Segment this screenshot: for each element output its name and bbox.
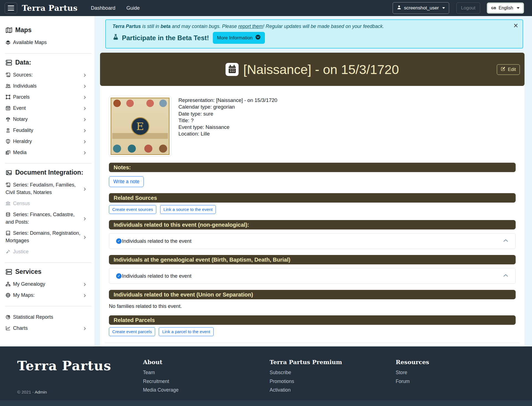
sidebar-item-series-domains-registration-mortgages[interactable]: Series: Domains, Registration, Mortgages — [0, 228, 95, 246]
sidebar-item-available-maps[interactable]: Available Maps — [0, 37, 95, 48]
book-icon — [6, 231, 11, 236]
create-event-sources-button[interactable]: Create event sources — [109, 205, 156, 214]
more-information-button[interactable]: More Information — [213, 32, 265, 44]
event-detail-line: Event type: Naissance — [178, 124, 277, 131]
nav-link-dashboard[interactable]: Dashboard — [91, 5, 115, 11]
link-parcel-button[interactable]: Link a parcel to the event — [159, 327, 213, 336]
sidebar-item-my-genealogy[interactable]: My Genealogy — [0, 279, 95, 290]
pie-icon — [6, 315, 11, 320]
users-icon — [6, 83, 11, 88]
network-icon — [6, 282, 11, 287]
gavel-icon — [6, 249, 11, 254]
chevron-right-icon — [83, 118, 87, 122]
footer-link-recruitment[interactable]: Recruitment — [143, 379, 178, 384]
footer-link-forum[interactable]: Forum — [396, 379, 429, 384]
event-card: [Naissance] - on 15/3/1720 Edit E Repres… — [100, 53, 525, 346]
individuals-accordion-1[interactable]: ✓ Individuals related to the event — [109, 233, 516, 249]
atlas-icon — [6, 293, 11, 298]
event-detail-line: Calendar type: gregorian — [178, 104, 277, 110]
chevron-right-icon — [83, 327, 87, 331]
sidebar-item-individuals[interactable]: Individuals — [0, 80, 95, 91]
sidebar-item-series-feudalism-families-civil-status-notaries[interactable]: Series: Feudalism, Families, Civil Statu… — [0, 179, 95, 198]
main-content: × Terra Partus is still in beta and may … — [95, 16, 532, 346]
scroll-icon — [6, 72, 11, 77]
event-details: Representation: [Naissance] - on 15/3/17… — [178, 96, 277, 157]
sidebar-item-notary[interactable]: Notary — [0, 114, 95, 125]
chevron-up-icon — [503, 273, 508, 279]
sidebar-item-my-maps[interactable]: My Maps: — [0, 290, 95, 301]
footer-link-subscribe[interactable]: Subscribe — [270, 370, 342, 376]
brand-logo[interactable]: Terra Partus — [22, 4, 78, 13]
report-bugs-link[interactable]: report them — [238, 24, 263, 29]
footer-link-team[interactable]: Team — [143, 370, 178, 376]
footer-link-media-coverage[interactable]: Media Coverage — [143, 387, 178, 393]
logout-button[interactable]: Logout — [456, 2, 480, 14]
check-circle-icon: ✓ — [116, 273, 122, 279]
edit-button[interactable]: Edit — [497, 64, 520, 75]
individuals-accordion-2[interactable]: ✓ Individuals related to the event — [109, 268, 516, 284]
write-note-button[interactable]: Write a note — [109, 176, 144, 187]
footer-column-title: About — [143, 359, 178, 366]
event-detail-line: Title: ? — [178, 117, 277, 124]
layers-icon — [6, 40, 11, 45]
sidebar-item-sources[interactable]: Sources: — [0, 69, 95, 80]
sidebar-item-census[interactable]: Census — [0, 198, 95, 209]
sidebar-item-event[interactable]: Event — [0, 103, 95, 114]
nav-link-guide[interactable]: Guide — [126, 5, 140, 11]
sidebar-item-media[interactable]: Media — [0, 147, 95, 158]
event-representation-image[interactable]: E — [109, 96, 171, 157]
footer: Terra Partus © 2021 - Admin AboutTeamRec… — [0, 346, 532, 400]
create-event-parcels-button[interactable]: Create event parcels — [109, 327, 155, 336]
top-navbar: Terra Partus DashboardGuide screenshot_u… — [0, 0, 532, 16]
chevron-right-icon — [83, 151, 87, 155]
sidebar-item-justice[interactable]: Justice — [0, 246, 95, 257]
circle-chevron-down-icon — [255, 34, 261, 41]
map-icon — [6, 27, 12, 34]
sidebar-item-series-finances-cadastre-and-posts[interactable]: Series: Finances, Cadastre, and Posts: — [0, 209, 95, 228]
footer-link-activation[interactable]: Activation — [270, 387, 342, 393]
chevron-right-icon — [83, 96, 87, 99]
sidebar-item-statistical-reports[interactable]: Statistical Reports — [0, 311, 95, 323]
user-menu-button[interactable]: screenshot_user — [393, 2, 449, 14]
calendar-days-icon — [226, 63, 239, 76]
pen-icon — [501, 67, 505, 73]
chevron-right-icon — [83, 187, 87, 191]
event-detail-line: Representation: [Naissance] - on 15/3/17… — [178, 97, 277, 104]
footer-column-title: Terra Partus Premium — [270, 359, 342, 366]
navbar-right: screenshot_user Logout GB English — [393, 2, 523, 14]
sidebar-heading-document-integration: Document Integration: — [0, 169, 95, 176]
columns-icon — [6, 201, 11, 206]
footer-link-promotions[interactable]: Promotions — [270, 379, 342, 384]
illuminated-letter: E — [131, 117, 149, 136]
sidebar-toggle-button[interactable] — [5, 2, 17, 14]
sidebar-heading-maps: Maps — [0, 26, 95, 34]
flask-icon — [112, 34, 119, 42]
footer-column-resources: ResourcesStoreForum — [396, 359, 429, 387]
caret-down-icon — [442, 7, 445, 9]
link-source-button[interactable]: Link a source to the event — [160, 205, 216, 214]
shield-icon — [6, 139, 11, 144]
chevron-right-icon — [83, 140, 87, 144]
no-families-text: No families related to this event. — [109, 303, 516, 309]
sidebar-item-feudality[interactable]: Feudality — [0, 125, 95, 136]
database-icon — [6, 59, 12, 66]
sidebar-item-heraldry[interactable]: Heraldry — [0, 136, 95, 147]
footer-link-store[interactable]: Store — [396, 370, 429, 376]
chevron-right-icon — [83, 107, 87, 111]
chevron-right-icon — [83, 235, 87, 239]
sidebar-item-parcels[interactable]: Parcels — [0, 91, 95, 103]
chevron-right-icon — [83, 294, 87, 298]
sidebar-item-charts[interactable]: Charts — [0, 323, 95, 334]
chevron-right-icon — [83, 129, 87, 133]
close-icon[interactable]: × — [513, 21, 518, 30]
footer-logo: Terra Partus — [17, 358, 111, 373]
event-detail-line: Location: Lille — [178, 131, 277, 137]
chevron-right-icon — [83, 85, 87, 88]
individuals-genealogical-header: Individuals at the genealogical event (B… — [109, 255, 516, 264]
images-icon — [6, 169, 12, 176]
language-select[interactable]: GB English — [488, 3, 523, 13]
individuals-union-header: Individuals related to the event (Union … — [109, 290, 516, 299]
page-title: [Naissance] - on 15/3/1720 — [226, 62, 399, 77]
scroll-icon — [6, 182, 11, 187]
admin-link[interactable]: Admin — [35, 390, 47, 394]
